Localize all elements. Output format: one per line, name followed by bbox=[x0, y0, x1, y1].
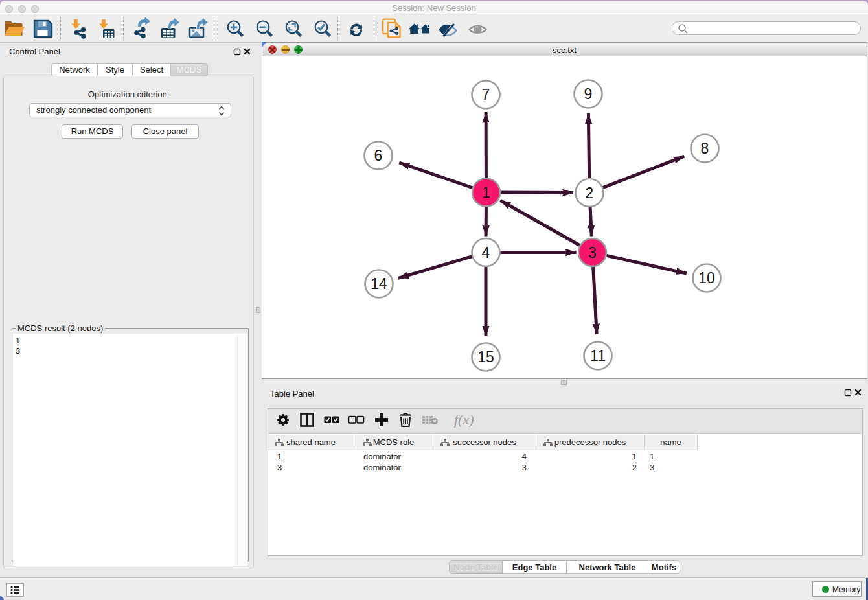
svg-text:8: 8 bbox=[701, 140, 709, 157]
svg-text:10: 10 bbox=[698, 270, 715, 286]
svg-text:7: 7 bbox=[482, 86, 490, 103]
svg-text:9: 9 bbox=[584, 86, 593, 102]
svg-text:3: 3 bbox=[588, 244, 597, 261]
svg-text:14: 14 bbox=[371, 275, 387, 292]
svg-text:6: 6 bbox=[374, 147, 383, 164]
svg-text:4: 4 bbox=[482, 244, 490, 261]
svg-text:1: 1 bbox=[482, 184, 490, 201]
svg-text:15: 15 bbox=[477, 349, 494, 365]
svg-text:11: 11 bbox=[590, 347, 606, 364]
svg-text:f(x): f(x) bbox=[454, 411, 474, 428]
svg-text:2: 2 bbox=[586, 185, 594, 202]
